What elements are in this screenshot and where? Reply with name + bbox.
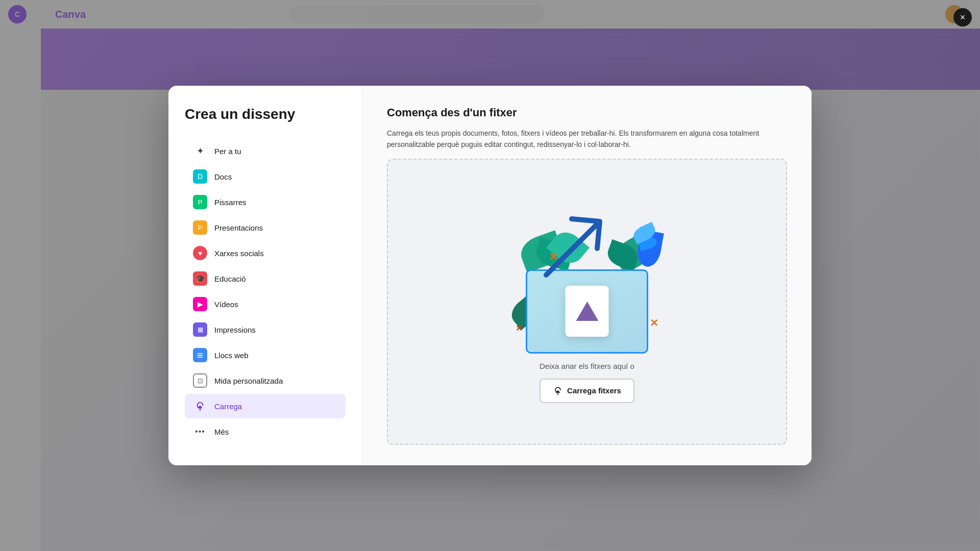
pissarres-icon: P xyxy=(193,195,207,209)
nav-item-mes[interactable]: ••• Més xyxy=(185,419,346,444)
nav-item-mida[interactable]: ⊡ Mida personalitzada xyxy=(185,368,346,393)
nav-item-pera[interactable]: ✦ Per a tu xyxy=(185,139,346,163)
nav-label-presentacions: Presentacions xyxy=(214,223,263,232)
xarxes-icon: ♥ xyxy=(193,246,207,260)
nav-item-pissarres[interactable]: P Pissarres xyxy=(185,190,346,214)
nav-item-carrega[interactable]: Carrega xyxy=(185,394,346,418)
impressions-icon: ▦ xyxy=(193,322,207,337)
docs-icon: D xyxy=(193,169,207,184)
upload-illustration: ✕ ✕ ✕ xyxy=(490,201,684,354)
modal-sidebar: Crea un disseny ✦ Per a tu D Docs P Piss… xyxy=(168,86,362,465)
sparkle-2: ✕ xyxy=(650,318,658,328)
nav-label-pera: Per a tu xyxy=(214,147,241,156)
nav-label-videos: Vídeos xyxy=(214,300,238,309)
presentacions-icon: P xyxy=(193,220,207,235)
nav-item-llocs[interactable]: ⊞ Llocs web xyxy=(185,343,346,367)
nav-label-llocs: Llocs web xyxy=(214,351,249,360)
doc-card xyxy=(566,286,609,337)
nav-label-mes: Més xyxy=(214,428,229,436)
nav-item-educacio[interactable]: 🎓 Educació xyxy=(185,266,346,291)
nav-label-xarxes: Xarxes socials xyxy=(214,249,264,258)
content-description: Carrega els teus propis documents, fotos… xyxy=(387,128,787,151)
modal-dialog: Crea un disseny ✦ Per a tu D Docs P Piss… xyxy=(168,86,812,465)
canva-triangle-logo xyxy=(576,302,598,321)
modal-main-content: Comença des d'un fitxer Carrega els teus… xyxy=(362,86,812,465)
nav-item-impressions[interactable]: ▦ Impressions xyxy=(185,317,346,342)
content-title: Comença des d'un fitxer xyxy=(387,106,787,119)
drop-zone-text: Deixa anar els fitxers aquí o xyxy=(540,362,634,370)
arrow-illustration xyxy=(531,209,633,282)
nav-label-docs: Docs xyxy=(214,172,232,181)
llocs-icon: ⊞ xyxy=(193,348,207,362)
carrega-icon xyxy=(193,399,207,413)
nav-item-videos[interactable]: ▶ Vídeos xyxy=(185,292,346,316)
nav-label-mida: Mida personalitzada xyxy=(214,377,283,385)
bird xyxy=(633,226,664,252)
pera-icon: ✦ xyxy=(193,144,207,158)
nav-label-impressions: Impressions xyxy=(214,325,256,334)
mida-icon: ⊡ xyxy=(193,373,207,388)
nav-label-carrega: Carrega xyxy=(214,402,242,411)
educacio-icon: 🎓 xyxy=(193,271,207,286)
close-button[interactable]: × xyxy=(953,8,972,27)
sparkle-3: ✕ xyxy=(516,323,522,333)
mes-icon: ••• xyxy=(193,424,207,439)
upload-files-button[interactable]: Carrega fitxers xyxy=(540,379,634,403)
videos-icon: ▶ xyxy=(193,297,207,311)
upload-button-label: Carrega fitxers xyxy=(567,386,621,395)
nav-item-xarxes[interactable]: ♥ Xarxes socials xyxy=(185,241,346,265)
nav-label-educacio: Educació xyxy=(214,274,246,283)
nav-item-presentacions[interactable]: P Presentacions xyxy=(185,215,346,240)
upload-cloud-icon xyxy=(553,386,563,396)
nav-item-docs[interactable]: D Docs xyxy=(185,164,346,189)
nav-label-pissarres: Pissarres xyxy=(214,198,247,207)
modal-title: Crea un disseny xyxy=(185,106,346,122)
file-drop-zone[interactable]: ✕ ✕ ✕ xyxy=(387,159,787,445)
